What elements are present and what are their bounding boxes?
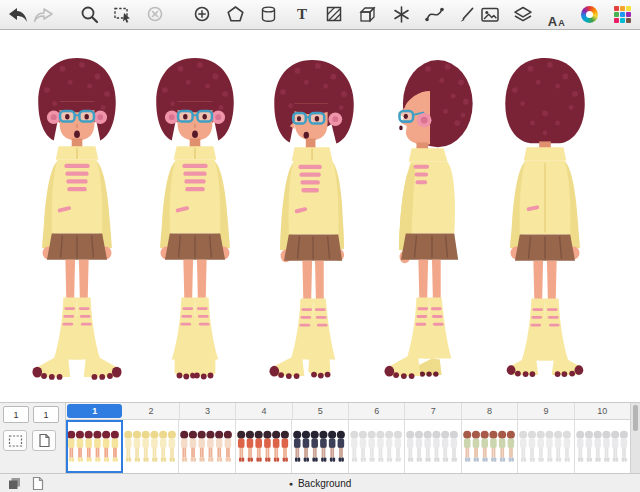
polygon-tool-icon: [226, 5, 245, 24]
layers-icon: [513, 5, 533, 24]
figure-profile-view: [368, 50, 494, 390]
curve-tool-icon: [425, 5, 444, 24]
cylinder-tool-icon: [259, 5, 278, 24]
layer-stack-button[interactable]: [5, 475, 23, 491]
undo-button[interactable]: [6, 2, 29, 28]
frame-thumbnail-7[interactable]: [405, 420, 462, 473]
frame-header-9[interactable]: 9: [518, 403, 574, 419]
figure-back-view: [482, 48, 608, 388]
frame-header-8[interactable]: 8: [462, 403, 518, 419]
figure-front-view: [14, 48, 140, 388]
hatch-tool-button[interactable]: [323, 2, 346, 28]
image-button[interactable]: [479, 2, 502, 28]
frame-thumbnail-row: [66, 420, 631, 473]
layer-bar: ● Background: [0, 473, 640, 492]
symmetry-icon: [392, 5, 411, 24]
frame-header-4[interactable]: 4: [236, 403, 292, 419]
page-icon: [31, 476, 45, 491]
frame-thumbnail-10[interactable]: [575, 420, 632, 473]
ellipse-tool-button[interactable]: [191, 2, 214, 28]
select-frames-button[interactable]: [3, 430, 27, 451]
color-palette-icon: [614, 6, 631, 23]
marquee-frames-icon: [8, 434, 23, 448]
hold-counter-box[interactable]: 1: [33, 406, 59, 423]
layer-visibility-dot: ●: [289, 480, 293, 487]
frame-thumbnail-4[interactable]: [236, 420, 293, 473]
frame-counter-box[interactable]: 1: [3, 406, 29, 423]
undo-icon: [8, 6, 28, 24]
figure-three-quarter-view: [252, 50, 378, 390]
toolbar: T AA: [0, 0, 640, 30]
color-wheel-button[interactable]: [578, 2, 601, 28]
frame-header-3[interactable]: 3: [180, 403, 236, 419]
timeline-controls: 1 1: [0, 403, 66, 473]
frame-thumbnail-2[interactable]: [123, 420, 180, 473]
frame-thumbnail-8[interactable]: [462, 420, 519, 473]
marquee-select-button[interactable]: [111, 2, 134, 28]
redo-button[interactable]: [31, 2, 54, 28]
mesh-cube-icon: [358, 5, 377, 24]
frame-header-5[interactable]: 5: [293, 403, 349, 419]
frame-strip: 1 2 3 4 5 6 7 8 9 10: [66, 403, 631, 473]
layer-item-background[interactable]: ● Background: [289, 478, 352, 489]
zoom-button[interactable]: [78, 2, 101, 28]
marquee-select-icon: [113, 5, 132, 24]
curve-tool-button[interactable]: [423, 2, 446, 28]
zoom-icon: [80, 5, 99, 24]
timeline-scrollbar[interactable]: [630, 403, 640, 473]
new-frame-button[interactable]: [32, 430, 56, 451]
color-wheel-icon: [581, 6, 598, 23]
frame-thumbnail-9[interactable]: [518, 420, 575, 473]
scrollbar-thumb[interactable]: [633, 405, 638, 431]
color-palette-button[interactable]: [611, 2, 634, 28]
redo-icon: [33, 6, 53, 24]
frame-number-row: 1 2 3 4 5 6 7 8 9 10: [66, 403, 631, 420]
ellipse-tool-icon: [193, 5, 212, 24]
deselect-icon: [146, 5, 165, 24]
layers-button[interactable]: [512, 2, 535, 28]
deselect-button[interactable]: [144, 2, 167, 28]
mesh-cube-button[interactable]: [356, 2, 379, 28]
frame-thumbnail-6[interactable]: [349, 420, 406, 473]
layer-name: Background: [298, 478, 351, 489]
frame-header-2[interactable]: 2: [123, 403, 179, 419]
frame-header-10[interactable]: 10: [575, 403, 631, 419]
new-frame-icon: [37, 433, 52, 448]
symmetry-button[interactable]: [390, 2, 413, 28]
frame-thumbnail-3[interactable]: [179, 420, 236, 473]
layer-stack-icon: [7, 476, 22, 491]
image-icon: [480, 5, 500, 24]
hatch-tool-icon: [325, 5, 344, 24]
fonts-icon: A: [548, 15, 557, 28]
frame-header-7[interactable]: 7: [405, 403, 461, 419]
frame-thumbnail-5[interactable]: [292, 420, 349, 473]
frame-header-6[interactable]: 6: [349, 403, 405, 419]
new-layer-button[interactable]: [29, 475, 47, 491]
text-tool-icon: T: [297, 7, 307, 22]
drawing-app-window: T AA: [0, 0, 640, 492]
canvas[interactable]: [0, 30, 640, 402]
polygon-tool-button[interactable]: [224, 2, 247, 28]
frame-thumbnail-1[interactable]: [66, 420, 123, 473]
pen-tool-button[interactable]: [456, 2, 479, 28]
figure-front-view-alt: [132, 48, 258, 388]
cylinder-tool-button[interactable]: [257, 2, 280, 28]
frame-header-1[interactable]: 1: [67, 404, 122, 418]
pen-tool-icon: [458, 5, 477, 24]
fonts-button[interactable]: AA: [545, 2, 568, 28]
text-tool-button[interactable]: T: [290, 2, 313, 28]
timeline-panel: 1 1 1 2 3 4 5 6 7 8 9: [0, 402, 640, 473]
